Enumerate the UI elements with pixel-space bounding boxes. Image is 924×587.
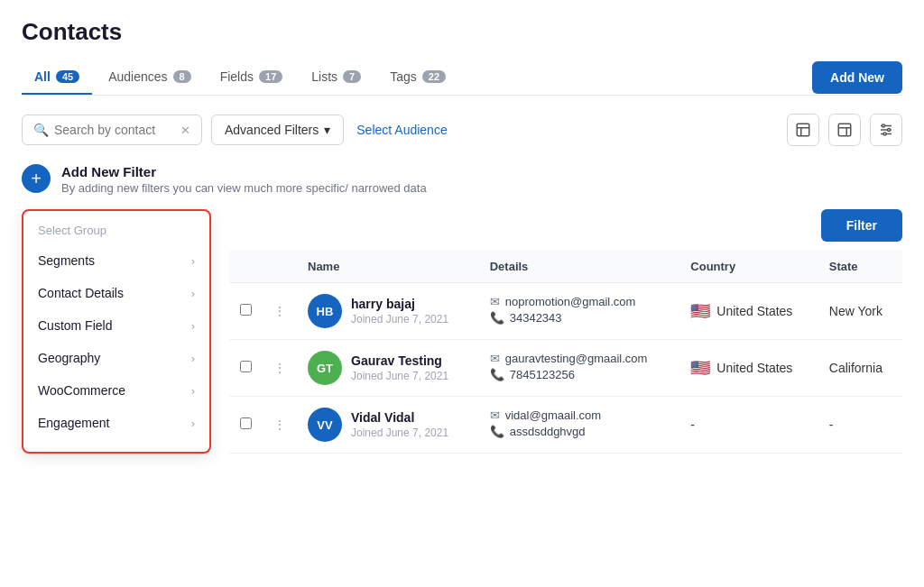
filter-group-dropdown: Select Group Segments › Contact Details … — [22, 209, 211, 454]
search-box: 🔍 ✕ — [22, 115, 202, 145]
filter-bar-actions — [787, 114, 902, 146]
dropdown-item-geography[interactable]: Geography › — [23, 342, 209, 374]
row-name-cell: VV Vidal Vidal Joined June 7, 2021 — [297, 397, 479, 454]
row-country-cell: - — [679, 397, 818, 454]
dropdown-item-segments-label: Segments — [38, 253, 95, 268]
filter-button[interactable]: Filter — [821, 209, 902, 242]
row-checkbox[interactable] — [240, 361, 252, 372]
row-details-cell: ✉ vidal@gmaail.com 📞 assdsddghvgd — [479, 397, 680, 454]
contact-email: vidal@gmaail.com — [505, 408, 601, 422]
svg-rect-0 — [797, 124, 809, 136]
row-dots-cell[interactable]: ⋮ — [263, 340, 297, 397]
table-header: Name Details Country State — [229, 251, 902, 283]
advanced-filters-button[interactable]: Advanced Filters ▾ — [211, 115, 344, 145]
row-dots-cell[interactable]: ⋮ — [263, 283, 297, 340]
row-checkbox-cell — [229, 283, 263, 340]
add-new-button[interactable]: Add New — [812, 61, 902, 94]
row-dots-cell[interactable]: ⋮ — [263, 397, 297, 454]
dropdown-item-segments[interactable]: Segments › — [23, 244, 209, 277]
right-content: Filter Name Details Country State — [211, 209, 902, 454]
tab-all-badge: 45 — [56, 70, 79, 83]
dropdown-panel-label: Select Group — [23, 211, 209, 244]
dropdown-item-woocommerce-label: WooCommerce — [38, 383, 125, 398]
row-checkbox[interactable] — [240, 304, 252, 316]
tab-tags-label: Tags — [390, 69, 417, 84]
tab-lists[interactable]: Lists 7 — [299, 60, 374, 95]
avatar: VV — [308, 408, 342, 442]
tab-fields-badge: 17 — [259, 70, 282, 83]
search-input[interactable] — [54, 123, 171, 137]
svg-point-6 — [888, 129, 891, 132]
add-filter-text: Add New Filter By adding new filters you… — [61, 164, 427, 195]
contact-name: harry bajaj — [351, 297, 448, 311]
dropdown-item-custom-field[interactable]: Custom Field › — [23, 309, 209, 342]
add-filter-title: Add New Filter — [61, 164, 427, 179]
row-details-cell: ✉ nopromotion@gmail.com 📞 34342343 — [479, 283, 680, 340]
col-details: Details — [479, 251, 680, 283]
row-name-cell: HB harry bajaj Joined June 7, 2021 — [297, 283, 479, 340]
add-filter-banner: + Add New Filter By adding new filters y… — [22, 164, 902, 195]
add-filter-description: By adding new filters you can view much … — [61, 181, 427, 195]
contact-phone: assdsddghvgd — [510, 425, 586, 438]
tab-tags[interactable]: Tags 22 — [377, 60, 458, 95]
add-filter-icon[interactable]: + — [22, 164, 51, 193]
col-country: Country — [679, 251, 818, 283]
email-icon: ✉ — [490, 408, 500, 422]
contact-email: gauravtesting@gmaail.com — [505, 352, 648, 365]
row-country-cell: 🇺🇸 United States — [679, 283, 818, 340]
contact-name: Vidal Vidal — [351, 410, 448, 425]
contacts-table: Name Details Country State ⋮ HB harry ba… — [229, 251, 902, 454]
tabs-bar: All 45 Audiences 8 Fields 17 Lists 7 Tag… — [22, 60, 902, 96]
export-icon[interactable] — [787, 114, 819, 146]
tab-all[interactable]: All 45 — [22, 60, 92, 95]
tab-audiences[interactable]: Audiences 8 — [96, 60, 204, 95]
filter-bar: 🔍 ✕ Advanced Filters ▾ Select Audience — [22, 114, 902, 146]
country-flag: 🇺🇸 — [690, 358, 710, 378]
contact-state: - — [829, 417, 834, 432]
table-row: ⋮ GT Gaurav Testing Joined June 7, 2021 … — [229, 340, 902, 397]
search-icon: 🔍 — [33, 123, 49, 137]
contact-state: California — [829, 361, 882, 375]
table-row: ⋮ HB harry bajaj Joined June 7, 2021 ✉ n… — [229, 283, 902, 340]
select-audience-button[interactable]: Select Audience — [353, 115, 450, 144]
chevron-right-icon: › — [191, 352, 195, 365]
row-checkbox-cell — [229, 340, 263, 397]
col-dots — [263, 251, 297, 283]
advanced-filters-label: Advanced Filters — [225, 123, 319, 137]
tab-lists-badge: 7 — [343, 70, 361, 83]
row-checkbox[interactable] — [240, 417, 252, 429]
email-icon: ✉ — [490, 295, 500, 308]
dropdown-item-woocommerce[interactable]: WooCommerce › — [23, 374, 209, 407]
contact-joined-date: Joined June 7, 2021 — [351, 426, 448, 439]
svg-point-7 — [883, 133, 886, 135]
tab-tags-badge: 22 — [422, 70, 446, 83]
chevron-right-icon: › — [191, 287, 195, 300]
col-checkbox — [229, 251, 263, 283]
contact-phone: 7845123256 — [510, 368, 575, 381]
tab-fields[interactable]: Fields 17 — [208, 60, 296, 95]
contact-joined-date: Joined June 7, 2021 — [351, 313, 448, 326]
tab-audiences-label: Audiences — [108, 69, 167, 84]
svg-rect-1 — [838, 124, 851, 136]
settings-sliders-icon[interactable] — [870, 114, 902, 146]
main-layout: Select Group Segments › Contact Details … — [22, 209, 902, 454]
col-state: State — [818, 251, 902, 283]
contact-joined-date: Joined June 7, 2021 — [351, 370, 448, 382]
table-row: ⋮ VV Vidal Vidal Joined June 7, 2021 ✉ v… — [229, 397, 902, 454]
row-checkbox-cell — [229, 397, 263, 454]
row-name-cell: GT Gaurav Testing Joined June 7, 2021 — [297, 340, 479, 397]
clear-search-icon[interactable]: ✕ — [180, 124, 190, 137]
contact-email: nopromotion@gmail.com — [505, 295, 636, 308]
download-icon[interactable] — [828, 114, 861, 146]
table-body: ⋮ HB harry bajaj Joined June 7, 2021 ✉ n… — [229, 283, 902, 454]
filter-action-row: Filter — [229, 209, 902, 242]
tab-lists-label: Lists — [311, 69, 337, 84]
phone-icon: 📞 — [490, 425, 504, 438]
chevron-right-icon: › — [191, 254, 195, 268]
dropdown-item-geography-label: Geography — [38, 351, 100, 365]
dropdown-item-engagement[interactable]: Engagement › — [23, 407, 209, 439]
avatar: GT — [308, 351, 342, 385]
contact-name: Gaurav Testing — [351, 353, 448, 368]
dropdown-item-contact-details[interactable]: Contact Details › — [23, 277, 209, 309]
chevron-right-icon: › — [191, 384, 195, 398]
